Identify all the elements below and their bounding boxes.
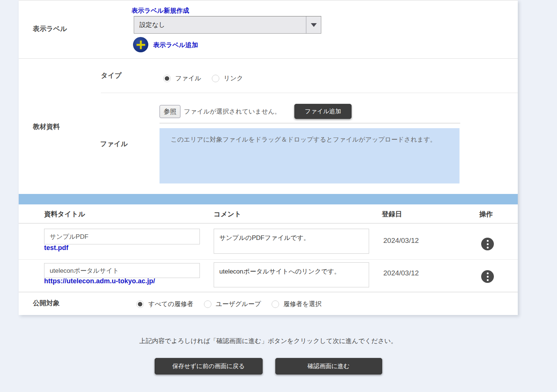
material-comment-input[interactable]: サンプルのPDFファイルです。 [214,229,369,254]
radio-type-link-label: リンク [224,74,243,83]
footer-buttons: 保存せずに前の画面に戻る 確認画面に進む [19,358,518,374]
browse-button[interactable]: 参照 [160,105,180,118]
header-comment: コメント [214,210,241,219]
radio-selected-icon[interactable] [163,75,171,82]
radio-unselected-icon[interactable] [212,75,219,82]
radio-selected-icon[interactable] [136,300,144,308]
file-row-label: ファイル [100,139,128,148]
publish-target-section: 公開対象 すべての履修者 ユーザグループ 履修者を選択 [19,292,518,315]
add-file-button[interactable]: ファイル追加 [294,104,352,119]
publish-target-label: 公開対象 [33,299,60,308]
footer-instruction: 上記内容でよろしければ「確認画面に進む」ボタンをクリックして次に進んでください。 [19,337,518,345]
radio-unselected-icon[interactable] [272,300,279,308]
kebab-menu-icon[interactable] [481,238,494,250]
add-display-label-link[interactable]: 表示ラベル追加 [153,41,198,49]
table-row: https://utelecon.adm.u-tokyo.ac.jp/ utel… [19,260,518,292]
select-dropdown-arrow[interactable] [306,16,321,33]
back-button[interactable]: 保存せずに前の画面に戻る [155,358,263,374]
materials-table-header: 資料タイトル コメント 登録日 操作 [19,204,518,223]
radio-select-students[interactable]: 履修者を選択 [272,300,322,308]
material-file-link[interactable]: test.pdf [44,244,68,252]
material-title-input[interactable] [44,263,200,278]
no-file-selected-text: ファイルが選択されていません。 [184,107,281,116]
radio-all-students[interactable]: すべての履修者 [136,300,194,308]
upload-row-divider [160,123,460,123]
material-url-link[interactable]: https://utelecon.adm.u-tokyo.ac.jp/ [44,277,155,285]
radio-type-file[interactable]: ファイル [163,74,201,83]
material-section-label: 教材資料 [33,122,60,131]
radio-type-link[interactable]: リンク [212,74,243,83]
radio-user-group[interactable]: ユーザグループ [204,300,261,308]
header-actions: 操作 [479,210,493,219]
radio-all-students-label: すべての履修者 [148,300,194,308]
type-row-divider [101,93,518,93]
table-row: test.pdf サンプルのPDFファイルです。 2024/03/12 [19,223,518,260]
type-radio-group: ファイル リンク [163,74,254,83]
radio-type-file-label: ファイル [175,74,201,83]
radio-unselected-icon[interactable] [204,300,211,308]
material-section: 教材資料 タイプ ファイル リンク ファイル 参照 ファイルが選択されていません… [19,58,518,194]
display-label-section: 表示ラベル 表示ラベル新規作成 設定なし 表示ラベル追加 [19,0,518,58]
display-label-select-value: 設定なし [134,21,306,29]
confirm-button[interactable]: 確認画面に進む [275,358,382,374]
publish-target-radio-group: すべての履修者 ユーザグループ 履修者を選択 [136,300,332,308]
header-date: 登録日 [382,210,402,219]
material-title-input[interactable] [44,229,200,244]
display-label-select[interactable]: 設定なし [134,16,321,34]
plus-icon[interactable] [133,37,148,52]
kebab-menu-icon[interactable] [481,270,494,283]
display-label-row-label: 表示ラベル [33,24,67,33]
material-date: 2024/03/12 [383,269,419,277]
radio-select-students-label: 履修者を選択 [284,300,322,308]
header-title: 資料タイトル [44,210,85,219]
radio-user-group-label: ユーザグループ [216,300,261,308]
form-panel: 表示ラベル 表示ラベル新規作成 設定なし 表示ラベル追加 教材資料 タイプ ファ… [19,0,518,315]
dropzone-text: このエリアに対象ファイルをドラッグ＆ドロップするとファイルがアップロードされます… [171,136,436,143]
material-date: 2024/03/12 [383,237,419,245]
table-accent-bar [19,194,518,204]
type-label: タイプ [101,71,121,80]
file-dropzone[interactable]: このエリアに対象ファイルをドラッグ＆ドロップするとファイルがアップロードされます… [160,128,459,183]
chevron-down-icon [311,23,317,27]
material-comment-input[interactable]: uteleconポータルサイトへのリンクです。 [214,262,369,287]
create-display-label-link[interactable]: 表示ラベル新規作成 [131,6,189,15]
